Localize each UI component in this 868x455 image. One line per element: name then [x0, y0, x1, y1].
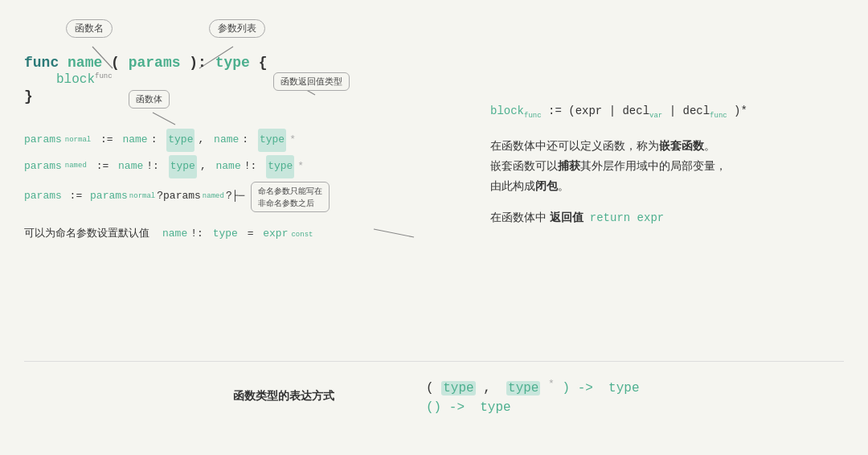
zh-text5: 由此构成 — [490, 179, 535, 192]
default-name: name — [162, 223, 187, 246]
params-normal-label: params — [24, 129, 62, 152]
params-named-bang1: !: — [146, 155, 165, 178]
params-named-star: * — [297, 155, 304, 178]
zh-text1: 在函数体中还可以定义函数，称为 — [490, 139, 659, 152]
line2-type: type — [480, 400, 510, 415]
block-formula-pipe2: | decl — [669, 105, 710, 117]
line1-star: * — [548, 378, 555, 390]
params-named-type1: type — [169, 155, 197, 178]
params-named-type2: type — [266, 155, 294, 178]
return-prefix: 在函数体中 — [490, 211, 547, 223]
block-line: blockfunc — [56, 72, 474, 87]
tooltip-line2: 非命名参数之后 — [258, 199, 314, 207]
params-combined-params: params — [90, 185, 128, 208]
return-code: return expr — [590, 211, 664, 224]
paren-close-colon: ): — [189, 55, 215, 71]
params-combined-named-sub: named — [203, 189, 224, 205]
zh-text3: 嵌套函数可以 — [490, 159, 558, 172]
params-combined-q1: ?params — [157, 185, 201, 208]
params-combined-normal-sub: normal — [129, 189, 155, 205]
default-bang-colon: !: — [190, 223, 209, 246]
default-type: type — [213, 223, 238, 246]
params-named-name2: name — [216, 155, 241, 178]
func-body-bubble: 函数体 — [129, 90, 170, 109]
block-kw: block — [56, 72, 95, 87]
line1-arrow: ) -> — [562, 381, 600, 396]
paren-open: ( — [111, 55, 120, 71]
zh-bold2: 捕获 — [558, 159, 580, 172]
line2-parens: () -> — [426, 400, 473, 415]
main-container: 函数名 参数列表 func name ( params ): type { bl… — [0, 0, 868, 455]
block-formula-sub: func — [524, 112, 542, 120]
type-code: type — [215, 55, 250, 71]
params-named-assign: := — [90, 155, 115, 178]
zh-bold3: 闭包 — [535, 179, 558, 192]
params-combined-line: params := paramsnormal ?paramsnamed ?├─ … — [24, 182, 474, 212]
params-normal-type1: type — [166, 129, 194, 152]
return-line: 在函数体中 返回值 return expr — [490, 211, 844, 225]
func-type-line1: ( type , type * ) -> type — [426, 378, 640, 396]
default-prefix: 可以为命名参数设置默认值 — [24, 222, 149, 245]
func-type-code-block: ( type , type * ) -> type () -> type — [426, 378, 640, 415]
line1-comma: , — [483, 381, 498, 396]
close-brace: } — [24, 88, 33, 105]
bottom-content: 函数类型的表达方式 ( type , type * ) -> type () -… — [24, 375, 844, 432]
params-section: paramsnormal := name : type , name : typ… — [24, 129, 474, 245]
bottom-divider — [24, 361, 844, 362]
func-name-code: name — [68, 55, 102, 71]
params-code: params — [129, 55, 181, 71]
params-combined-assign: := — [63, 185, 88, 208]
line1-type3: type — [608, 381, 639, 396]
params-named-line: paramsnamed := name !: type , name !: ty… — [24, 155, 474, 178]
params-normal-name2: name — [214, 129, 239, 152]
func-type-line2: () -> type — [426, 400, 640, 415]
default-eq: = — [241, 223, 260, 246]
line1-type2: type — [506, 381, 540, 396]
params-normal-line: paramsnormal := name : type , name : typ… — [24, 129, 474, 152]
bottom-section: 函数类型的表达方式 ( type , type * ) -> type () -… — [24, 361, 844, 432]
brace-open: { — [259, 55, 268, 71]
params-normal-assign: := — [94, 129, 119, 152]
func-keyword: func — [24, 55, 59, 71]
left-panel: 函数名 参数列表 func name ( params ): type { bl… — [24, 16, 474, 245]
block-formula-assign: := (expr | decl — [548, 105, 649, 117]
params-named-bang2: !: — [244, 155, 263, 178]
params-combined-q2: ?├─ — [226, 185, 244, 208]
decl-var-sub: var — [649, 112, 662, 120]
params-normal-name1: name — [122, 129, 147, 152]
func-type-label: 函数类型的表达方式 — [233, 389, 334, 404]
params-normal-colon2: : — [242, 129, 255, 152]
close-brace-row: } 函数体 — [24, 88, 474, 105]
zh-bold1: 嵌套函数 — [659, 139, 704, 152]
params-named-name1: name — [118, 155, 143, 178]
return-bold: 返回值 — [550, 211, 583, 223]
default-expr: expr — [263, 223, 288, 246]
tooltip-line1: 命名参数只能写在 — [258, 187, 322, 195]
params-normal-colon1: : — [151, 129, 164, 152]
block-formula-line: blockfunc := (expr | declvar | declfunc … — [490, 105, 844, 120]
params-named-comma: , — [200, 155, 213, 178]
func-name-bubble: 函数名 — [66, 19, 113, 38]
func-declaration-line: func name ( params ): type { — [24, 55, 474, 71]
default-value-line: 可以为命名参数设置默认值 name !: type = exprconst — [24, 222, 474, 246]
params-named-sub: named — [65, 158, 87, 174]
line1-type1: type — [441, 381, 475, 396]
block-formula-end: )* — [734, 105, 747, 117]
default-const-sub: const — [291, 228, 313, 244]
named-params-tooltip: 命名参数只能写在 非命名参数之后 — [251, 182, 330, 212]
block-annotation-row: blockfunc 函数返回值类型 — [24, 72, 474, 87]
params-normal-type2: type — [258, 129, 286, 152]
block-formula-kw: block — [490, 105, 524, 117]
annotation-row-top: 函数名 参数列表 — [24, 16, 474, 55]
zh-text2: 。 — [704, 139, 715, 152]
block-sub: func — [95, 72, 113, 80]
zh-text4: 其外层作用域中的局部变量， — [580, 159, 727, 172]
zh-text6: 。 — [558, 179, 569, 192]
decl-func-sub: func — [710, 112, 727, 120]
right-panel: blockfunc := (expr | declvar | declfunc … — [490, 105, 844, 225]
params-named-label: params — [24, 155, 62, 178]
params-list-bubble: 参数列表 — [209, 19, 265, 38]
params-combined-label: params — [24, 185, 62, 208]
params-normal-comma: , — [198, 129, 211, 152]
params-normal-sub: normal — [65, 133, 91, 149]
